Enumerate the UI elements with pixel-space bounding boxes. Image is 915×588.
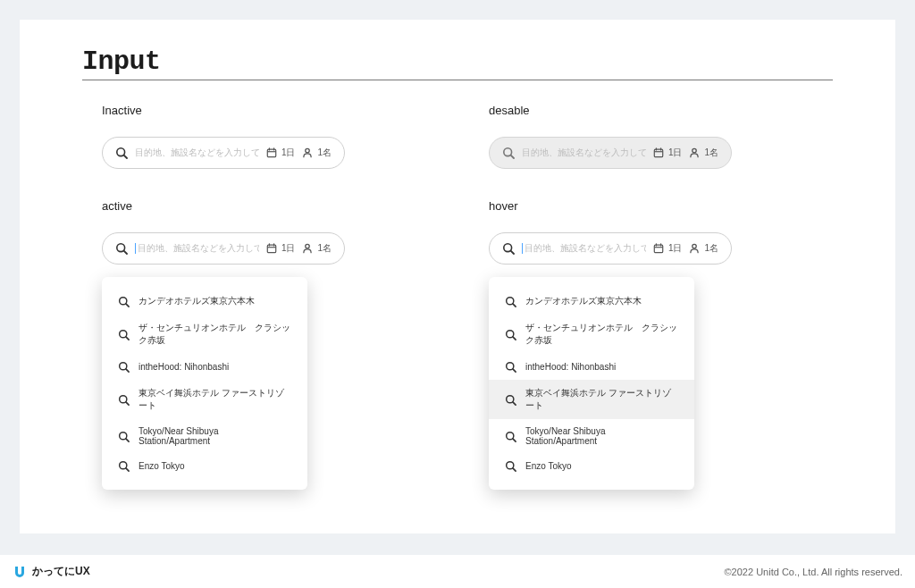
date-chip[interactable]: 1日: [653, 242, 683, 255]
date-chip[interactable]: 1日: [266, 147, 296, 159]
search-input-disabled: 目的地、施設名などを入力してください 1日 1名: [489, 137, 732, 169]
placeholder-text: 目的地、施設名などを入力してください: [135, 242, 259, 255]
suggestion-text: ザ・センチュリオンホテル クラシック赤坂: [139, 322, 291, 347]
guests-chip[interactable]: 1名: [302, 242, 332, 255]
search-icon: [118, 460, 130, 472]
search-icon: [505, 394, 516, 406]
suggestion-item[interactable]: Enzo Tokyo: [489, 453, 694, 479]
suggestion-text: ザ・センチュリオンホテル クラシック赤坂: [525, 322, 678, 347]
person-icon: [689, 243, 700, 254]
search-icon: [502, 242, 515, 255]
spec-card: Input Inactive 目的地、施設名などを入力してください 1日 1名: [20, 20, 895, 533]
state-label: hover: [489, 199, 813, 213]
search-icon: [505, 329, 516, 340]
search-icon: [505, 431, 516, 442]
brand: かってにUX: [13, 564, 90, 579]
brand-name: かってにUX: [32, 564, 90, 579]
calendar-icon: [266, 147, 277, 158]
date-value: 1日: [668, 242, 683, 255]
calendar-icon: [653, 147, 664, 158]
search-icon: [118, 329, 130, 340]
placeholder-text: 目的地、施設名などを入力してください: [522, 147, 646, 159]
person-icon: [302, 243, 313, 254]
suggestion-item[interactable]: ザ・センチュリオンホテル クラシック赤坂: [102, 315, 307, 354]
state-disabled: desable 目的地、施設名などを入力してください 1日 1名: [489, 104, 813, 169]
state-hover: hover 目的地、施設名などを入力してください 1日 1名 カンデオホテルズ東…: [489, 199, 813, 490]
search-input-hover[interactable]: 目的地、施設名などを入力してください 1日 1名: [489, 232, 732, 265]
search-icon: [115, 242, 128, 255]
date-value: 1日: [281, 242, 296, 255]
copyright: ©2022 Unitd Co., Ltd. All rights reserve…: [725, 567, 902, 577]
suggestion-text: Tokyo/Near Shibuya Station/Apartment: [139, 426, 291, 446]
suggestion-item[interactable]: intheHood: Nihonbashi: [102, 354, 307, 380]
state-label: active: [102, 199, 426, 213]
search-icon: [502, 147, 515, 159]
guests-chip[interactable]: 1名: [689, 242, 718, 255]
search-icon: [118, 296, 130, 307]
suggestion-text: Enzo Tokyo: [139, 461, 185, 471]
suggestion-text: 東京ベイ舞浜ホテル ファーストリゾート: [139, 387, 291, 412]
search-icon: [115, 147, 128, 159]
footer: かってにUX ©2022 Unitd Co., Ltd. All rights …: [0, 554, 915, 588]
suggestion-item[interactable]: Tokyo/Near Shibuya Station/Apartment: [102, 419, 307, 453]
search-icon: [505, 361, 516, 373]
calendar-icon: [266, 243, 277, 254]
search-input-active[interactable]: 目的地、施設名などを入力してください 1日 1名: [102, 232, 345, 265]
suggestion-text: intheHood: Nihonbashi: [525, 362, 616, 372]
suggestion-item[interactable]: 東京ベイ舞浜ホテル ファーストリゾート: [489, 380, 694, 419]
search-icon: [118, 431, 130, 442]
text-cursor: [135, 243, 136, 254]
suggestion-item[interactable]: intheHood: Nihonbashi: [489, 354, 694, 380]
calendar-icon: [653, 243, 664, 254]
suggestions-dropdown: カンデオホテルズ東京六本木ザ・センチュリオンホテル クラシック赤坂intheHo…: [102, 277, 307, 490]
search-icon: [505, 296, 516, 307]
date-value: 1日: [281, 147, 296, 159]
suggestion-text: カンデオホテルズ東京六本木: [139, 295, 255, 307]
search-icon: [118, 394, 130, 406]
suggestion-text: 東京ベイ舞浜ホテル ファーストリゾート: [525, 387, 678, 412]
date-chip[interactable]: 1日: [266, 242, 296, 255]
search-icon: [118, 361, 130, 373]
person-icon: [689, 147, 700, 158]
person-icon: [302, 147, 313, 158]
guests-value: 1名: [317, 147, 332, 159]
guests-value: 1名: [704, 147, 718, 159]
suggestion-item[interactable]: カンデオホテルズ東京六本木: [489, 288, 694, 315]
guests-chip: 1名: [689, 147, 718, 159]
suggestions-dropdown: カンデオホテルズ東京六本木ザ・センチュリオンホテル クラシック赤坂intheHo…: [489, 277, 694, 490]
brand-logo-icon: [13, 565, 27, 579]
states-grid: Inactive 目的地、施設名などを入力してください 1日 1名 des: [82, 104, 833, 490]
placeholder-text: 目的地、施設名などを入力してください: [135, 147, 259, 159]
text-cursor: [522, 243, 523, 254]
placeholder-text: 目的地、施設名などを入力してください: [522, 242, 646, 255]
date-chip: 1日: [653, 147, 683, 159]
search-input-inactive[interactable]: 目的地、施設名などを入力してください 1日 1名: [102, 137, 345, 169]
state-label: desable: [489, 104, 813, 117]
suggestion-item[interactable]: 東京ベイ舞浜ホテル ファーストリゾート: [102, 380, 307, 419]
page-title: Input: [82, 46, 833, 80]
guests-value: 1名: [704, 242, 718, 255]
date-value: 1日: [668, 147, 683, 159]
suggestion-text: Tokyo/Near Shibuya Station/Apartment: [525, 426, 678, 446]
suggestion-item[interactable]: Enzo Tokyo: [102, 453, 307, 479]
state-inactive: Inactive 目的地、施設名などを入力してください 1日 1名: [102, 104, 426, 169]
suggestion-text: カンデオホテルズ東京六本木: [525, 295, 642, 307]
suggestion-text: Enzo Tokyo: [525, 461, 572, 471]
state-label: Inactive: [102, 104, 426, 117]
suggestion-text: intheHood: Nihonbashi: [139, 362, 229, 372]
suggestion-item[interactable]: Tokyo/Near Shibuya Station/Apartment: [489, 419, 694, 453]
guests-value: 1名: [317, 242, 332, 255]
suggestion-item[interactable]: カンデオホテルズ東京六本木: [102, 288, 307, 315]
suggestion-item[interactable]: ザ・センチュリオンホテル クラシック赤坂: [489, 315, 694, 354]
search-icon: [505, 460, 516, 472]
guests-chip[interactable]: 1名: [302, 147, 332, 159]
state-active: active 目的地、施設名などを入力してください 1日 1名 カンデオホテルズ…: [102, 199, 426, 490]
